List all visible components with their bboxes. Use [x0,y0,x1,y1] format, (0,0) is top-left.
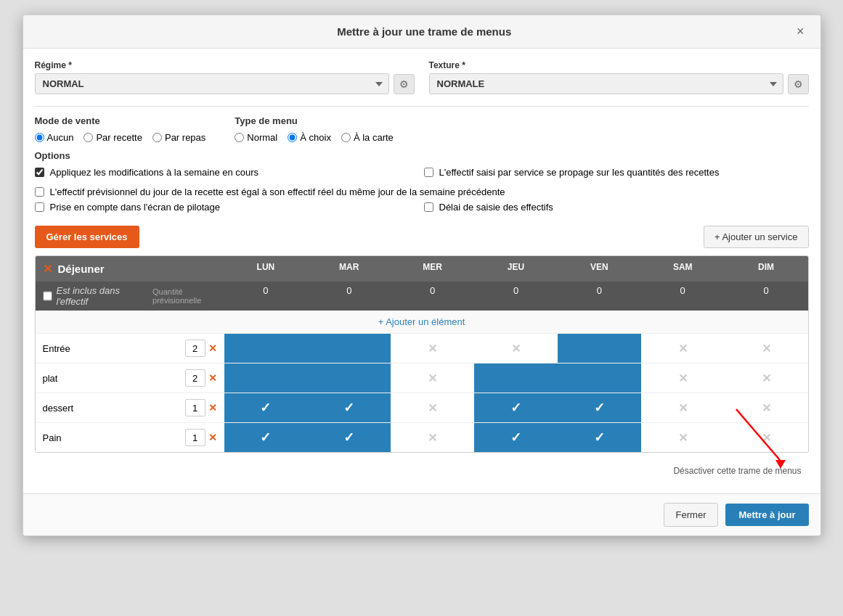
actions-bar: Gérer les services + Ajouter un service [35,226,809,248]
regime-field: Régime * NORMAL ⚙ [35,60,415,94]
row-entree-name: Entrée [43,343,70,354]
mode-aucun[interactable]: Aucun [35,132,74,143]
option-checkbox-5[interactable]: Délai de saisie des effectifs [424,202,809,213]
option-cb-3-input[interactable] [35,187,44,197]
option-checkbox-1[interactable]: Appliquez les modifications à la semaine… [35,167,420,178]
option-cb-2-input[interactable] [424,168,433,177]
row-dessert-mar[interactable]: ✓ [307,393,391,422]
row-entree-ven[interactable] [558,334,641,363]
row-pain-label: Pain ✕ [36,423,224,452]
row-entree-jeu[interactable]: ✕ [474,334,558,363]
type-normal-radio[interactable] [235,133,244,142]
row-plat-sam[interactable]: ✕ [641,364,725,393]
row-entree-delete[interactable]: ✕ [208,342,217,354]
footer-close-button[interactable]: Fermer [664,503,719,527]
mode-vente-section: Mode de vente Aucun Par recette Par r [35,115,206,143]
row-pain-qty[interactable] [185,429,205,446]
mode-par-recette[interactable]: Par recette [84,132,142,143]
regime-select[interactable]: NORMAL [35,73,389,94]
options-grid: Appliquez les modifications à la semaine… [35,167,809,182]
service-header-left: ✕ Déjeuner [36,256,224,282]
row-dessert-ven[interactable]: ✓ [558,393,641,422]
add-element-row[interactable]: + Ajouter un élément [36,311,808,334]
row-pain-controls: ✕ [185,429,217,446]
manage-services-button[interactable]: Gérer les services [35,226,139,248]
row-entree-mer[interactable]: ✕ [391,334,474,363]
row-entree-mar[interactable] [307,334,391,363]
close-icon[interactable]: × [792,22,809,41]
row-dessert-jeu[interactable]: ✓ [474,393,558,422]
row-entree-lun[interactable] [224,334,308,363]
texture-gear-button[interactable]: ⚙ [788,74,809,94]
type-a-choix-radio[interactable] [288,133,297,142]
mode-type-row: Mode de vente Aucun Par recette Par r [35,115,809,143]
row-dessert-label: dessert ✕ [36,393,224,422]
row-dessert-lun[interactable]: ✓ [224,393,308,422]
option-checkbox-4[interactable]: Prise en compte dans l'écran de pilotage [35,202,420,213]
day-qty-mer: 0 [391,282,474,311]
texture-select[interactable]: NORMALE [429,73,783,94]
type-normal-label: Normal [247,132,277,143]
mode-par-repas[interactable]: Par repas [152,132,205,143]
svg-line-0 [736,409,780,460]
type-a-choix[interactable]: À choix [288,132,331,143]
row-pain-mar[interactable]: ✓ [307,423,391,452]
row-pain-jeu[interactable]: ✓ [474,423,558,452]
mode-vente-radio-group: Aucun Par recette Par repas [35,132,206,143]
option-cb-4-input[interactable] [35,202,44,212]
option-checkbox-3[interactable]: L'effectif prévisionnel du jour de la re… [35,186,809,197]
mode-par-recette-label: Par recette [96,132,142,143]
options-label: Options [35,150,809,161]
texture-select-wrapper: NORMALE ⚙ [429,73,809,94]
row-entree-sam[interactable]: ✕ [641,334,725,363]
row-dessert-mer[interactable]: ✕ [391,393,474,422]
add-service-button[interactable]: + Ajouter un service [704,226,809,248]
row-plat-jeu[interactable] [474,364,558,393]
mode-par-repas-radio[interactable] [152,133,162,142]
mode-par-recette-radio[interactable] [84,133,93,142]
day-qty-jeu: 0 [474,282,558,311]
regime-gear-button[interactable]: ⚙ [394,74,415,94]
row-entree-dim[interactable]: ✕ [725,334,808,363]
type-normal[interactable]: Normal [235,132,277,143]
row-plat-qty[interactable] [185,369,205,387]
add-element-button[interactable]: + Ajouter un élément [378,316,465,327]
row-pain-ven[interactable]: ✓ [558,423,641,452]
row-plat-delete[interactable]: ✕ [208,372,217,384]
service-inclus-label: Est inclus dans l'effectif [57,285,134,307]
option-checkbox-2[interactable]: L'effectif saisi par service se propage … [424,167,809,178]
row-plat-mer[interactable]: ✕ [391,364,474,393]
row-dessert-qty[interactable] [185,399,205,416]
row-dessert-name: dessert [43,403,74,414]
option-cb-5-input[interactable] [424,202,433,212]
mode-aucun-radio[interactable] [35,133,44,142]
row-plat-lun[interactable] [224,364,308,393]
option-cb-1-input[interactable] [35,168,44,177]
svg-marker-1 [775,460,786,469]
option-cb-5-label: Délai de saisie des effectifs [439,202,553,213]
day-qty-ven: 0 [558,282,641,311]
row-pain-lun[interactable]: ✓ [224,423,308,452]
type-menu-label: Type de menu [235,115,393,126]
modal-header: Mettre à jour une trame de menus × [23,15,820,49]
day-header-mer: MER [391,256,474,282]
row-pain-mer[interactable]: ✕ [391,423,474,452]
row-plat-ven[interactable] [558,364,641,393]
row-plat-dim[interactable]: ✕ [725,364,808,393]
type-a-la-carte-radio[interactable] [341,133,351,142]
footer-update-button[interactable]: Mettre à jour [725,504,808,526]
separator-1 [35,106,809,107]
day-header-jeu: JEU [474,256,558,282]
row-plat-mar[interactable] [307,364,391,393]
row-pain-delete[interactable]: ✕ [208,432,217,443]
row-entree-qty[interactable] [185,340,205,357]
modal-body: Régime * NORMAL ⚙ Texture * NORMALE ⚙ [23,49,820,493]
service-inclus-checkbox[interactable] [43,291,52,301]
option-cb-1-label: Appliquez les modifications à la semaine… [50,167,259,178]
type-a-la-carte[interactable]: À la carte [341,132,394,143]
service-delete-icon[interactable]: ✕ [43,262,52,276]
row-dessert-delete[interactable]: ✕ [208,402,217,414]
mode-aucun-label: Aucun [47,132,74,143]
option-cb-4-label: Prise en compte dans l'écran de pilotage [50,202,220,213]
day-qty-mar: 0 [307,282,391,311]
